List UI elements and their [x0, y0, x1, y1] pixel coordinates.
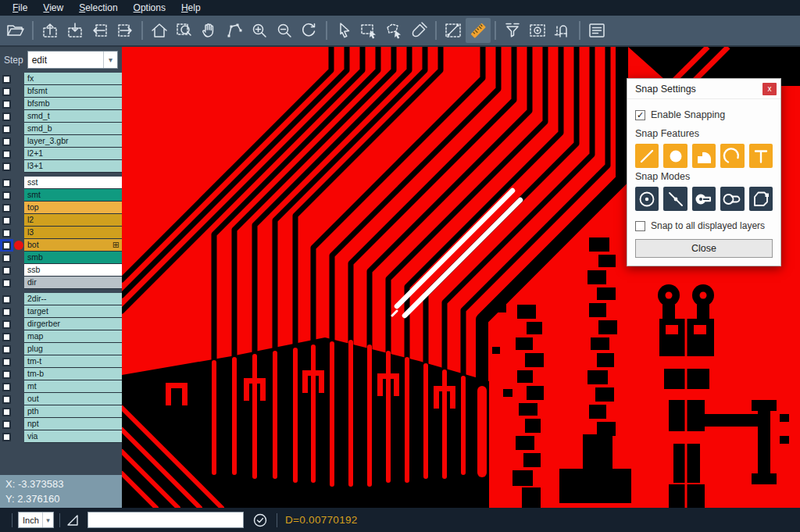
snap-mode-polygon-button[interactable]	[749, 187, 773, 211]
poly-select-button[interactable]	[381, 18, 406, 43]
zoom-previous-button[interactable]	[297, 18, 322, 43]
zoom-in-button[interactable]	[247, 18, 272, 43]
layer-visibility-checkbox[interactable]	[0, 293, 13, 305]
box-arrow-right-button[interactable]	[112, 18, 138, 43]
layer-row[interactable]: dirgerber	[0, 318, 122, 330]
layer-visibility-checkbox[interactable]	[0, 110, 13, 123]
layer-visibility-checkbox[interactable]	[0, 214, 13, 227]
layer-name[interactable]: 2dir--	[24, 293, 122, 305]
layer-row[interactable]: smd_t	[0, 110, 122, 123]
layer-visibility-checkbox[interactable]	[0, 330, 13, 343]
angle-measure-icon[interactable]	[66, 512, 81, 528]
layer-name[interactable]: sst	[24, 177, 122, 189]
layer-visibility-checkbox[interactable]	[0, 343, 13, 355]
layer-visibility-checkbox[interactable]	[0, 252, 13, 264]
snap-mode-midpoint-button[interactable]	[663, 187, 687, 211]
menu-selection[interactable]: Selection	[71, 1, 125, 15]
layer-row[interactable]: mt	[0, 380, 122, 393]
layer-name[interactable]: via	[24, 430, 122, 443]
rect-select-button[interactable]	[356, 18, 381, 43]
zoom-area-button[interactable]	[172, 18, 197, 43]
layer-visibility-checkbox[interactable]	[0, 148, 13, 160]
menu-view[interactable]: View	[35, 1, 71, 15]
apply-check-icon[interactable]	[252, 512, 269, 529]
snap-mode-center-button[interactable]	[635, 187, 659, 211]
snap-mode-pad-filled-button[interactable]	[692, 187, 716, 211]
close-button[interactable]: Close	[635, 239, 773, 258]
ruler-button[interactable]	[466, 18, 491, 43]
layer-visibility-checkbox[interactable]	[0, 160, 13, 173]
measure-line-button[interactable]	[441, 18, 466, 43]
layer-visibility-checkbox[interactable]	[0, 98, 13, 110]
layer-name[interactable]: npt	[24, 418, 122, 430]
layer-visibility-checkbox[interactable]	[0, 227, 13, 239]
layer-visibility-checkbox[interactable]	[0, 85, 13, 98]
layer-visibility-checkbox[interactable]	[0, 368, 13, 380]
layer-name[interactable]: smt	[24, 189, 122, 202]
layer-row[interactable]: fx	[0, 73, 122, 85]
box-arrow-left-button[interactable]	[88, 18, 112, 43]
grid-icon[interactable]: ⊞	[112, 239, 120, 251]
layer-row[interactable]: smb	[0, 252, 122, 264]
layer-name[interactable]: bfsmt	[24, 85, 122, 98]
layer-visibility-checkbox[interactable]	[0, 405, 13, 418]
menu-help[interactable]: Help	[173, 1, 209, 15]
layer-row[interactable]: smt	[0, 189, 122, 202]
layer-visibility-checkbox[interactable]	[0, 355, 13, 368]
layer-visibility-checkbox[interactable]	[0, 189, 13, 202]
layer-name[interactable]: smd_t	[24, 110, 122, 123]
report-panel-button[interactable]	[584, 18, 609, 43]
layer-name[interactable]: bot⊞	[24, 239, 122, 252]
snap-feature-pad-button[interactable]	[663, 144, 687, 168]
close-icon[interactable]: x	[762, 83, 777, 95]
filter-button[interactable]	[500, 18, 525, 43]
layer-row[interactable]: top	[0, 202, 122, 214]
view-options-button[interactable]	[525, 18, 550, 43]
layer-row[interactable]: sst	[0, 177, 122, 189]
layer-row[interactable]: l3+1	[0, 160, 122, 173]
measure-input[interactable]	[88, 512, 244, 528]
layer-row[interactable]: out	[0, 393, 122, 405]
layer-name[interactable]: out	[24, 393, 122, 405]
layer-row[interactable]: l2	[0, 214, 122, 227]
dialog-title-bar[interactable]: Snap Settings x	[627, 79, 780, 99]
layer-row[interactable]: bfsmt	[0, 85, 122, 98]
layer-visibility-checkbox[interactable]	[0, 239, 13, 252]
layer-name[interactable]: tm-b	[24, 368, 122, 380]
layer-name[interactable]: l2+1	[24, 148, 122, 160]
zoom-out-button[interactable]	[272, 18, 297, 43]
layer-name[interactable]: l3	[24, 227, 122, 239]
layer-visibility-checkbox[interactable]	[0, 123, 13, 135]
layer-visibility-checkbox[interactable]	[0, 393, 13, 405]
layer-row[interactable]: bfsmb	[0, 98, 122, 110]
layer-name[interactable]: tm-t	[24, 355, 122, 368]
step-select[interactable]: edit ▾	[27, 51, 118, 69]
layer-name[interactable]: smb	[24, 252, 122, 264]
layer-row[interactable]: pth	[0, 405, 122, 418]
layer-name[interactable]: dirgerber	[24, 318, 122, 330]
unit-select[interactable]: Inch ▾	[18, 512, 54, 528]
layer-row[interactable]: l3	[0, 227, 122, 239]
layer-visibility-checkbox[interactable]	[0, 277, 13, 289]
layer-name[interactable]: layer_3.gbr	[24, 135, 122, 148]
layer-row[interactable]: map	[0, 330, 122, 343]
menu-file[interactable]: File	[5, 1, 35, 15]
layer-visibility-checkbox[interactable]	[0, 135, 13, 148]
pan-hand-button[interactable]	[197, 18, 222, 43]
layer-row[interactable]: npt	[0, 418, 122, 430]
layer-row[interactable]: target	[0, 305, 122, 318]
layer-name[interactable]: mt	[24, 380, 122, 393]
layer-row[interactable]: dir	[0, 277, 122, 289]
box-arrow-up-button[interactable]	[38, 18, 62, 43]
layer-visibility-checkbox[interactable]	[0, 305, 13, 318]
snap-feature-line-button[interactable]	[635, 144, 659, 168]
zoom-polygon-button[interactable]	[222, 18, 247, 43]
layer-name[interactable]: ssb	[24, 264, 122, 277]
layer-row[interactable]: plug	[0, 343, 122, 355]
snap-mode-pad-outline-button[interactable]	[720, 187, 744, 211]
select-arrow-button[interactable]	[331, 18, 356, 43]
snap-magnet-button[interactable]	[550, 18, 575, 43]
layer-row[interactable]: smd_b	[0, 123, 122, 135]
layer-row[interactable]: bot⊞	[0, 239, 122, 252]
layer-name[interactable]: pth	[24, 405, 122, 418]
